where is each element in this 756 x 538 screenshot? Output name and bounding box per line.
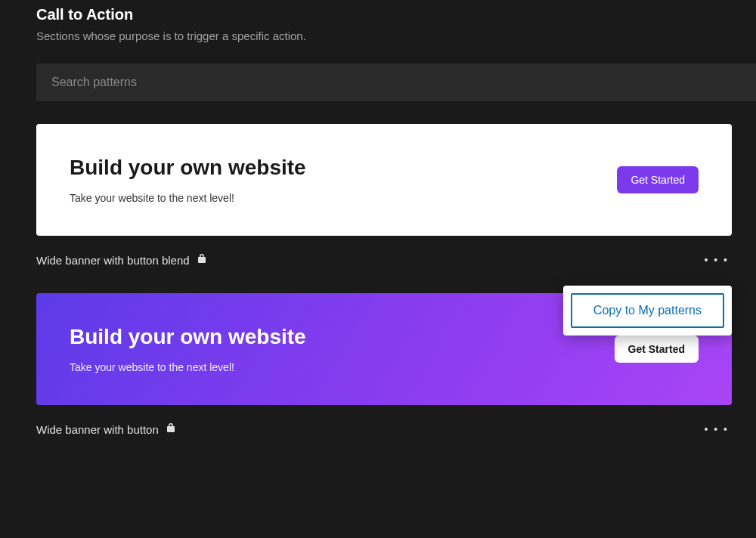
lock-icon bbox=[166, 422, 175, 436]
card-heading: Build your own website bbox=[70, 156, 306, 180]
pattern-preview-white[interactable]: Build your own website Take your website… bbox=[36, 124, 732, 236]
page-subtitle: Sections whose purpose is to trigger a s… bbox=[36, 29, 756, 42]
card-heading: Build your own website bbox=[70, 325, 306, 349]
more-options-button[interactable]: • • • bbox=[702, 420, 732, 438]
pattern-label-row: Wide banner with button blend • • • bbox=[36, 251, 732, 269]
lock-icon bbox=[197, 253, 206, 267]
pattern-name: Wide banner with button blend bbox=[36, 254, 190, 267]
more-options-button[interactable]: • • • bbox=[702, 251, 732, 269]
search-input[interactable] bbox=[36, 63, 756, 101]
copy-to-my-patterns-button[interactable]: Copy to My patterns bbox=[571, 293, 724, 328]
context-menu: Copy to My patterns bbox=[563, 286, 732, 335]
page-title: Call to Action bbox=[36, 6, 756, 23]
pattern-name: Wide banner with button bbox=[36, 423, 159, 436]
get-started-button[interactable]: Get Started bbox=[617, 166, 699, 193]
card-subtext: Take your website to the next level! bbox=[70, 361, 306, 373]
get-started-button[interactable]: Get Started bbox=[615, 335, 699, 363]
pattern-label-row: Wide banner with button • • • bbox=[36, 420, 732, 438]
card-subtext: Take your website to the next level! bbox=[70, 192, 306, 204]
